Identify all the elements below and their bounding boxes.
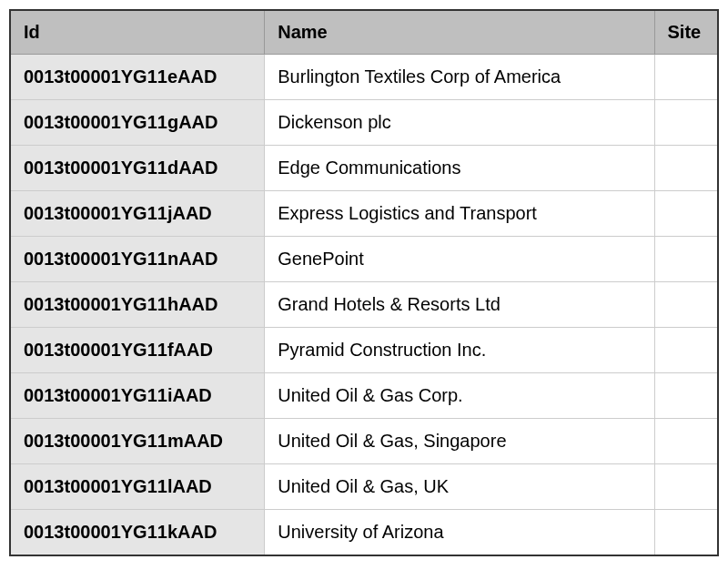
cell-id: 0013t00001YG11iAAD <box>10 373 265 419</box>
cell-site <box>654 464 718 510</box>
cell-id: 0013t00001YG11lAAD <box>10 464 265 510</box>
cell-site <box>654 55 718 100</box>
table-row: 0013t00001YG11dAAD Edge Communications <box>10 146 718 191</box>
cell-name: University of Arizona <box>265 510 654 555</box>
header-site: Site <box>654 10 718 55</box>
cell-name: Grand Hotels & Resorts Ltd <box>265 282 654 328</box>
table-row: 0013t00001YG11hAAD Grand Hotels & Resort… <box>10 282 718 328</box>
cell-site <box>654 191 718 237</box>
cell-site <box>654 100 718 146</box>
table-row: 0013t00001YG11eAAD Burlington Textiles C… <box>10 55 718 100</box>
cell-id: 0013t00001YG11kAAD <box>10 510 265 555</box>
cell-id: 0013t00001YG11jAAD <box>10 191 265 237</box>
accounts-table: Id Name Site 0013t00001YG11eAAD Burlingt… <box>9 9 719 556</box>
cell-name: Dickenson plc <box>265 100 654 146</box>
table-header-row: Id Name Site <box>10 10 718 55</box>
cell-site <box>654 237 718 282</box>
cell-id: 0013t00001YG11dAAD <box>10 146 265 191</box>
cell-site <box>654 146 718 191</box>
cell-site <box>654 419 718 464</box>
table-row: 0013t00001YG11fAAD Pyramid Construction … <box>10 328 718 373</box>
table-row: 0013t00001YG11nAAD GenePoint <box>10 237 718 282</box>
cell-id: 0013t00001YG11fAAD <box>10 328 265 373</box>
table-body: 0013t00001YG11eAAD Burlington Textiles C… <box>10 55 718 555</box>
table-row: 0013t00001YG11jAAD Express Logistics and… <box>10 191 718 237</box>
table-row: 0013t00001YG11lAAD United Oil & Gas, UK <box>10 464 718 510</box>
cell-id: 0013t00001YG11mAAD <box>10 419 265 464</box>
table-row: 0013t00001YG11gAAD Dickenson plc <box>10 100 718 146</box>
cell-name: Pyramid Construction Inc. <box>265 328 654 373</box>
table-row: 0013t00001YG11iAAD United Oil & Gas Corp… <box>10 373 718 419</box>
cell-site <box>654 373 718 419</box>
cell-site <box>654 510 718 555</box>
table-row: 0013t00001YG11kAAD University of Arizona <box>10 510 718 555</box>
cell-name: Edge Communications <box>265 146 654 191</box>
header-id: Id <box>10 10 265 55</box>
table-row: 0013t00001YG11mAAD United Oil & Gas, Sin… <box>10 419 718 464</box>
cell-id: 0013t00001YG11hAAD <box>10 282 265 328</box>
cell-site <box>654 282 718 328</box>
cell-name: Burlington Textiles Corp of America <box>265 55 654 100</box>
cell-name: GenePoint <box>265 237 654 282</box>
cell-name: United Oil & Gas, Singapore <box>265 419 654 464</box>
cell-site <box>654 328 718 373</box>
cell-name: United Oil & Gas, UK <box>265 464 654 510</box>
cell-name: United Oil & Gas Corp. <box>265 373 654 419</box>
cell-id: 0013t00001YG11gAAD <box>10 100 265 146</box>
cell-name: Express Logistics and Transport <box>265 191 654 237</box>
header-name: Name <box>265 10 654 55</box>
cell-id: 0013t00001YG11nAAD <box>10 237 265 282</box>
cell-id: 0013t00001YG11eAAD <box>10 55 265 100</box>
